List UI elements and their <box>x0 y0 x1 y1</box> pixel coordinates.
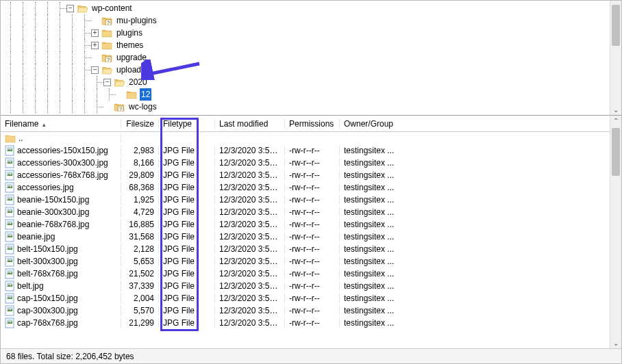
tree-node-label[interactable]: wp-content <box>90 2 134 14</box>
tree-node-label[interactable]: themes <box>115 39 145 51</box>
tree-node[interactable]: ?upgrade <box>5 51 609 64</box>
tree-node-label[interactable]: uploads <box>115 64 147 76</box>
tree-node[interactable]: −wp-content <box>5 2 609 14</box>
cell-filename[interactable]: .. <box>1 133 121 143</box>
cell-permissions: -rw-r--r-- <box>285 269 340 278</box>
tree-node[interactable]: −2020 <box>5 76 609 88</box>
cell-permissions: -rw-r--r-- <box>285 158 340 168</box>
list-header[interactable]: Filename▴ Filesize Filetype Last modifie… <box>1 116 621 132</box>
col-modified[interactable]: Last modified <box>215 119 285 129</box>
cell-filename[interactable]: cap-150x150.jpg <box>1 293 121 304</box>
folder-unknown-icon: ? <box>114 102 125 112</box>
table-row[interactable]: belt-300x300.jpg5,653JPG File12/3/2020 3… <box>1 255 610 268</box>
tree-scroll-thumb[interactable] <box>612 5 620 46</box>
status-text: 68 files. Total size: 2,206,452 bytes <box>6 352 134 361</box>
cell-filename[interactable]: cap-300x300.jpg <box>1 305 121 316</box>
tree-node-label[interactable]: 12 <box>140 88 151 101</box>
cell-filename[interactable]: beanie-150x150.jpg <box>1 194 121 205</box>
table-row[interactable]: beanie-768x768.jpg16,885JPG File12/3/202… <box>1 218 610 231</box>
cell-filename[interactable]: accessories-768x768.jpg <box>1 170 121 181</box>
table-row[interactable]: belt-150x150.jpg2,128JPG File12/3/2020 3… <box>1 243 610 255</box>
scroll-down-icon[interactable]: ⌄ <box>610 106 621 114</box>
folder-open-icon <box>77 3 88 13</box>
cell-permissions: -rw-r--r-- <box>285 146 340 155</box>
cell-filename[interactable]: beanie.jpg <box>1 231 121 242</box>
parent-dir-row[interactable]: .. <box>1 132 610 144</box>
cell-owner: testingsitex ... <box>340 170 422 180</box>
tree-node-label[interactable]: wc-logs <box>127 101 158 113</box>
cell-filename[interactable]: belt-150x150.jpg <box>1 244 121 255</box>
cell-owner: testingsitex ... <box>340 146 422 155</box>
cell-modified: 12/3/2020 3:55:... <box>215 146 285 155</box>
cell-owner: testingsitex ... <box>340 183 422 192</box>
tree-node[interactable]: 12 <box>5 88 609 101</box>
image-file-icon <box>5 317 14 328</box>
list-scrollbar[interactable]: ⌃ ⌄ <box>610 116 621 348</box>
cell-owner: testingsitex ... <box>340 269 422 278</box>
cell-filename[interactable]: accessories.jpg <box>1 182 121 193</box>
tree-node[interactable]: +plugins <box>5 27 609 39</box>
scroll-up-icon[interactable]: ⌃ <box>610 117 621 125</box>
cell-owner: testingsitex ... <box>340 232 422 242</box>
cell-modified: 12/3/2020 3:55:... <box>215 220 285 229</box>
image-file-icon <box>5 281 14 291</box>
tree-node[interactable]: ?wc-logs <box>5 101 609 113</box>
image-file-icon <box>5 170 14 181</box>
image-file-icon <box>5 268 14 279</box>
cell-filename[interactable]: beanie-768x768.jpg <box>1 219 121 230</box>
table-row[interactable]: beanie.jpg31,568JPG File12/3/2020 3:55:.… <box>1 231 610 243</box>
cell-filename[interactable]: belt.jpg <box>1 281 121 291</box>
cell-filename[interactable]: beanie-300x300.jpg <box>1 207 121 218</box>
tree-expander-icon[interactable]: + <box>91 42 99 49</box>
tree-expander-icon[interactable]: − <box>91 66 99 74</box>
image-file-icon <box>5 182 14 193</box>
table-row[interactable]: cap-300x300.jpg5,570JPG File12/3/2020 3:… <box>1 304 610 317</box>
cell-filename[interactable]: accessories-150x150.jpg <box>1 145 121 156</box>
table-row[interactable]: cap-150x150.jpg2,004JPG File12/3/2020 3:… <box>1 292 610 304</box>
tree-node-label[interactable]: upgrade <box>115 51 148 64</box>
col-permissions[interactable]: Permissions <box>285 119 340 129</box>
scroll-down-icon[interactable]: ⌄ <box>610 339 621 347</box>
file-list[interactable]: ..accessories-150x150.jpg2,983JPG File12… <box>1 132 610 348</box>
col-owner[interactable]: Owner/Group <box>340 119 422 129</box>
image-file-icon <box>5 219 14 230</box>
table-row[interactable]: accessories.jpg68,368JPG File12/3/2020 3… <box>1 181 610 194</box>
table-row[interactable]: beanie-300x300.jpg4,729JPG File12/3/2020… <box>1 206 610 218</box>
cell-filesize: 2,128 <box>121 244 159 254</box>
cell-modified: 12/3/2020 3:55:... <box>215 244 285 254</box>
table-row[interactable]: cap-768x768.jpg21,299JPG File12/3/2020 3… <box>1 317 610 329</box>
tree-node[interactable]: ?mu-plugins <box>5 14 609 27</box>
col-filesize[interactable]: Filesize <box>121 119 159 129</box>
tree-node[interactable]: −uploads <box>5 64 609 76</box>
cell-modified: 12/3/2020 3:55:... <box>215 195 285 205</box>
tree-expander-icon[interactable]: + <box>91 29 99 37</box>
cell-filename[interactable]: belt-768x768.jpg <box>1 268 121 279</box>
status-bar: 68 files. Total size: 2,206,452 bytes <box>1 348 621 363</box>
tree-node-label[interactable]: mu-plugins <box>115 14 158 27</box>
table-row[interactable]: accessories-768x768.jpg29,809JPG File12/… <box>1 169 610 181</box>
folder-tree[interactable]: −wp-content?mu-plugins+plugins+themes?up… <box>5 1 609 113</box>
tree-scrollbar[interactable]: ⌄ <box>610 1 621 115</box>
cell-filename[interactable]: accessories-300x300.jpg <box>1 157 121 168</box>
table-row[interactable]: beanie-150x150.jpg1,925JPG File12/3/2020… <box>1 194 610 206</box>
tree-node-label[interactable]: plugins <box>115 27 144 39</box>
tree-node-label[interactable]: 2020 <box>127 76 149 88</box>
table-row[interactable]: accessories-150x150.jpg2,983JPG File12/3… <box>1 144 610 157</box>
cell-filename[interactable]: cap-768x768.jpg <box>1 317 121 328</box>
folder-icon <box>5 133 16 143</box>
tree-expander-icon[interactable]: − <box>66 5 74 12</box>
table-row[interactable]: belt-768x768.jpg21,502JPG File12/3/2020 … <box>1 268 610 280</box>
cell-owner: testingsitex ... <box>340 306 422 315</box>
folder-open-icon <box>101 65 112 75</box>
tree-node[interactable]: +themes <box>5 39 609 51</box>
tree-expander-icon[interactable]: − <box>103 79 111 86</box>
col-filename[interactable]: Filename▴ <box>1 119 121 129</box>
cell-modified: 12/3/2020 3:55:... <box>215 257 285 266</box>
table-row[interactable]: accessories-300x300.jpg8,166JPG File12/3… <box>1 157 610 169</box>
cell-filesize: 2,983 <box>121 146 159 155</box>
list-scroll-thumb[interactable] <box>612 128 620 176</box>
table-row[interactable]: belt.jpg37,339JPG File12/3/2020 3:55:...… <box>1 280 610 292</box>
annotation-filetype-highlight <box>160 118 199 331</box>
cell-filename[interactable]: belt-300x300.jpg <box>1 256 121 267</box>
cell-filesize: 2,004 <box>121 294 159 303</box>
